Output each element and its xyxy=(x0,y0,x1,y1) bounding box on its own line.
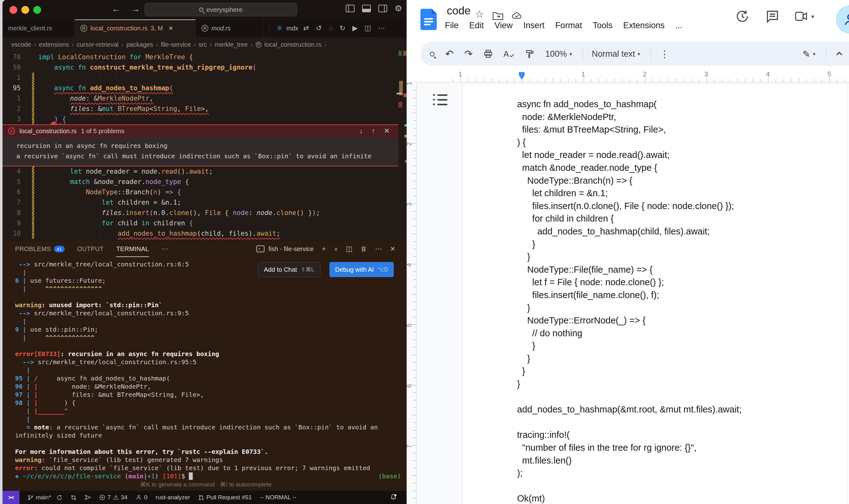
tab-mod-rs[interactable]: R mod.rs xyxy=(196,19,263,37)
run-icon[interactable]: ▶ xyxy=(352,24,358,32)
collapse-toolbar-icon[interactable] xyxy=(835,50,843,58)
add-to-chat-button[interactable]: Add to Chat ⇧⌘L xyxy=(258,262,320,277)
sync-icon[interactable] xyxy=(56,494,63,501)
debug-with-ai-button[interactable]: Debug with AI ⌥D xyxy=(329,262,394,277)
terminal-more-icon[interactable]: ⋯ xyxy=(375,245,382,253)
editor-group-mdx[interactable]: ⚛ mdx xyxy=(269,19,298,37)
paragraph-style-select[interactable]: Normal text▾ xyxy=(592,49,640,59)
tab-bar: merkle_client.rs R local_construction.rs… xyxy=(2,19,406,37)
nav-forward-circle-icon[interactable]: ↻ xyxy=(340,24,345,32)
undo-icon[interactable]: ↶ xyxy=(445,48,454,60)
indent-marker-triangle[interactable] xyxy=(519,75,524,79)
split-terminal-icon[interactable]: ◫ xyxy=(346,245,352,253)
terminal-output[interactable]: --> src/merkle_tree/local_construction.r… xyxy=(15,260,401,480)
panel-more-icon[interactable]: ⋯ xyxy=(161,245,169,253)
breadcrumb-item[interactable]: src xyxy=(198,41,207,48)
terminal-profile-label[interactable]: fish - file-service xyxy=(268,246,313,253)
panel-tab-output[interactable]: OUTPUT xyxy=(77,241,104,257)
document-text[interactable]: async fn add_nodes_to_hashmap( node: &Me… xyxy=(517,98,742,504)
new-terminal-icon[interactable]: + xyxy=(322,245,326,253)
ruler-tick xyxy=(413,317,416,317)
spellcheck-icon[interactable]: A xyxy=(504,49,515,59)
menu-item-format[interactable]: Format xyxy=(555,21,582,31)
breadcrumb-item[interactable]: extensions xyxy=(39,41,69,48)
toggle-sidebar-icon[interactable] xyxy=(346,5,354,12)
avatar[interactable] xyxy=(836,5,849,34)
ports-item[interactable]: 0 xyxy=(136,494,148,501)
problems-item[interactable]: 7 ⚠ 34 xyxy=(99,494,128,501)
breadcrumb-item[interactable]: merkle_tree xyxy=(214,41,248,48)
panel-tab-terminal[interactable]: TERMINAL xyxy=(116,241,149,257)
lsp-status[interactable]: rust-analyzer xyxy=(156,494,190,501)
close-window-button[interactable] xyxy=(10,6,17,14)
line-number: 6 xyxy=(2,187,28,197)
menu-item-file[interactable]: File xyxy=(445,21,459,31)
version-history-icon[interactable] xyxy=(735,9,750,24)
breadcrumb-item[interactable]: file-service xyxy=(161,41,191,48)
breadcrumb-item[interactable]: packages xyxy=(126,41,153,48)
gear-icon[interactable]: ⚙ xyxy=(395,5,402,12)
minimize-window-button[interactable] xyxy=(21,6,29,14)
paint-format-icon[interactable] xyxy=(525,49,535,59)
meet-camera-icon[interactable] xyxy=(794,10,808,22)
menu-item-insert[interactable]: Insert xyxy=(523,21,545,31)
git-branch-item[interactable]: main* xyxy=(28,494,63,501)
nav-back-icon[interactable]: ← xyxy=(112,4,120,14)
close-peek-icon[interactable]: ✕ xyxy=(384,127,390,135)
indent-marker[interactable] xyxy=(519,72,524,75)
diff-icon[interactable]: ⇄ xyxy=(304,24,309,32)
print-icon[interactable] xyxy=(484,49,493,59)
trash-icon[interactable] xyxy=(361,246,367,252)
move-folder-icon[interactable] xyxy=(492,11,503,20)
close-panel-icon[interactable]: ✕ xyxy=(390,245,395,253)
zoom-select[interactable]: 100%▾ xyxy=(545,49,572,59)
star-icon[interactable]: ☆ xyxy=(475,8,484,20)
maximize-window-button[interactable] xyxy=(33,6,41,14)
vscode-window: ← → everysphere ⚙ merkle_client.rs R loc… xyxy=(2,0,406,504)
tab-problem-badge: 3, M xyxy=(151,25,163,32)
docs-scrollbar[interactable] xyxy=(847,83,848,504)
bell-icon[interactable] xyxy=(390,493,397,502)
comments-icon[interactable] xyxy=(765,9,780,24)
panel-tab-problems[interactable]: PROBLEMS41 xyxy=(15,241,65,257)
error-circle-icon xyxy=(99,494,105,501)
prev-problem-icon[interactable]: ↑ xyxy=(372,127,375,135)
menu-item-tools[interactable]: Tools xyxy=(593,21,612,31)
menu-item-extensions[interactable]: Extensions xyxy=(623,21,664,31)
close-tab-icon[interactable]: × xyxy=(169,24,173,33)
editing-mode-icon[interactable]: ✎▾ xyxy=(802,49,815,59)
breadcrumb-item[interactable]: vscode xyxy=(11,41,31,48)
redo-icon[interactable]: ↷ xyxy=(464,48,473,60)
terminal-dropdown-icon[interactable]: ∨ xyxy=(334,246,338,252)
ruler-tick xyxy=(413,98,416,98)
tab-local-construction[interactable]: R local_construction.rs 3, M × xyxy=(75,19,196,37)
nav-back-circle-icon[interactable]: ↺ xyxy=(316,24,322,32)
toggle-panel-icon[interactable] xyxy=(362,5,371,12)
more-actions-icon[interactable]: ⋯ xyxy=(378,24,385,32)
search-menus-icon[interactable] xyxy=(430,52,435,56)
ruler-number: 2 xyxy=(643,70,647,78)
breadcrumb-item[interactable]: cursor-retrieval xyxy=(76,41,118,48)
menu-item-view[interactable]: View xyxy=(495,21,513,31)
toolbar-overflow-icon[interactable]: ⋮ xyxy=(660,49,669,59)
camera-dropdown-icon[interactable]: ▾ xyxy=(811,13,814,20)
toggle-secondary-sidebar-icon[interactable] xyxy=(378,5,387,12)
compare-changes-item[interactable] xyxy=(71,494,76,501)
breadcrumb-separator: › xyxy=(156,41,158,48)
pull-request-item[interactable]: Pull Request #51 xyxy=(198,494,252,501)
publish-icon[interactable] xyxy=(85,494,91,501)
show-outline-icon[interactable] xyxy=(433,94,447,108)
dot-circle-icon[interactable]: ◌ xyxy=(329,24,333,32)
code-editor[interactable]: 78impl LocalConstruction for MerkleTree … xyxy=(2,52,406,241)
menu-item-[interactable]: ... xyxy=(675,21,682,31)
command-center-search[interactable]: everysphere xyxy=(145,3,297,16)
cloud-status-icon[interactable] xyxy=(512,11,523,20)
remote-indicator[interactable]: >< xyxy=(2,491,19,504)
document-title[interactable]: code xyxy=(447,4,471,17)
next-problem-icon[interactable]: ↓ xyxy=(360,127,363,135)
nav-forward-icon[interactable]: → xyxy=(131,4,140,14)
menu-item-edit[interactable]: Edit xyxy=(469,21,484,31)
tab-merkle-client[interactable]: merkle_client.rs xyxy=(2,19,75,37)
split-editor-icon[interactable]: ◫ xyxy=(365,24,371,32)
breadcrumb-item[interactable]: local_construction.rs xyxy=(264,41,322,48)
